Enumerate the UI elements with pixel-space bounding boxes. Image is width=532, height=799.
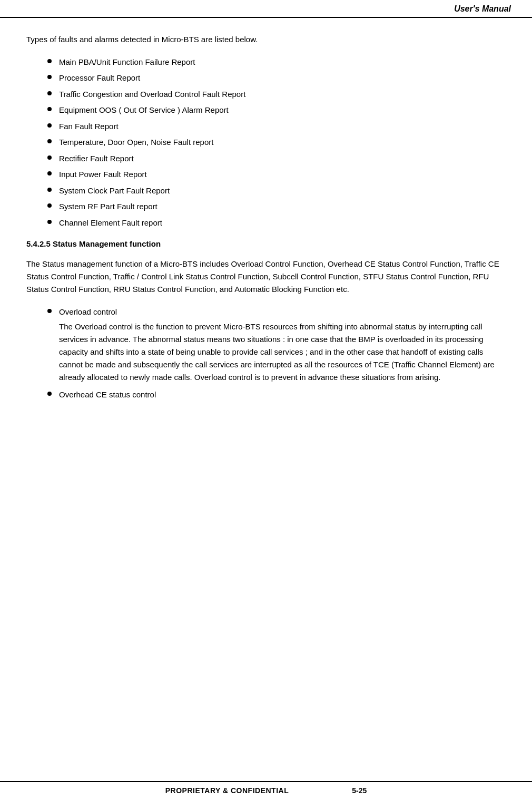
- list-item: Input Power Fault Report: [47, 169, 506, 181]
- list-item-text: Input Power Fault Report: [59, 169, 147, 181]
- status-item-label: Overload control: [59, 306, 117, 318]
- list-item: Overhead CE status control: [47, 389, 506, 401]
- list-item-text: Traffic Congestion and Overload Control …: [59, 89, 245, 101]
- main-content: Types of faults and alarms detected in M…: [0, 18, 532, 799]
- bullet-icon: [47, 309, 52, 313]
- status-item-body: The Overload control is the function to …: [59, 320, 506, 384]
- list-item: Equipment OOS ( Out Of Service ) Alarm R…: [47, 104, 506, 116]
- list-item-text: Temperature, Door Open, Noise Fault repo…: [59, 137, 213, 149]
- list-item: Rectifier Fault Report: [47, 153, 506, 165]
- bullet-icon: [47, 188, 52, 192]
- list-item-text: Main PBA/Unit Function Failure Report: [59, 56, 195, 69]
- list-item: Fan Fault Report: [47, 121, 506, 133]
- fault-list: Main PBA/Unit Function Failure Report Pr…: [47, 56, 506, 229]
- bullet-icon: [47, 392, 52, 396]
- bullet-icon: [47, 220, 52, 224]
- page-container: User's Manual Types of faults and alarms…: [0, 0, 532, 799]
- list-item-text: Equipment OOS ( Out Of Service ) Alarm R…: [59, 104, 229, 116]
- list-item: Traffic Congestion and Overload Control …: [47, 89, 506, 101]
- bullet-icon: [47, 75, 52, 79]
- list-item: System Clock Part Fault Report: [47, 185, 506, 197]
- list-item: Processor Fault Report: [47, 72, 506, 84]
- list-item-text: Channel Element Fault report: [59, 217, 162, 229]
- list-item-text: Rectifier Fault Report: [59, 153, 134, 165]
- status-list: Overload control The Overload control is…: [47, 306, 506, 401]
- list-item: Temperature, Door Open, Noise Fault repo…: [47, 137, 506, 149]
- section-body: The Status management function of a Micr…: [26, 258, 506, 296]
- bullet-icon: [47, 203, 52, 208]
- bullet-icon: [47, 155, 52, 160]
- page-footer: PROPRIETARY & CONFIDENTIAL 5-25: [0, 781, 532, 799]
- bullet-icon: [47, 139, 52, 143]
- bullet-icon: [47, 123, 52, 128]
- footer-page-number: 5-25: [352, 786, 367, 795]
- intro-paragraph: Types of faults and alarms detected in M…: [26, 34, 506, 46]
- list-item-text: System RF Part Fault report: [59, 201, 157, 213]
- list-item: System RF Part Fault report: [47, 201, 506, 213]
- header-title: User's Manual: [454, 4, 511, 14]
- list-item: Main PBA/Unit Function Failure Report: [47, 56, 506, 69]
- bullet-icon: [47, 171, 52, 176]
- bullet-icon: [47, 107, 52, 111]
- page-header: User's Manual: [0, 0, 532, 18]
- bullet-icon: [47, 59, 52, 63]
- list-item-text: Fan Fault Report: [59, 121, 119, 133]
- bullet-icon: [47, 91, 52, 95]
- list-item-text: Processor Fault Report: [59, 72, 140, 84]
- status-item-label: Overhead CE status control: [59, 389, 156, 401]
- footer-label: PROPRIETARY & CONFIDENTIAL: [165, 786, 289, 795]
- list-item: Channel Element Fault report: [47, 217, 506, 229]
- list-item-text: System Clock Part Fault Report: [59, 185, 170, 197]
- list-item: Overload control The Overload control is…: [47, 306, 506, 384]
- section-heading: 5.4.2.5 Status Management function: [26, 239, 506, 248]
